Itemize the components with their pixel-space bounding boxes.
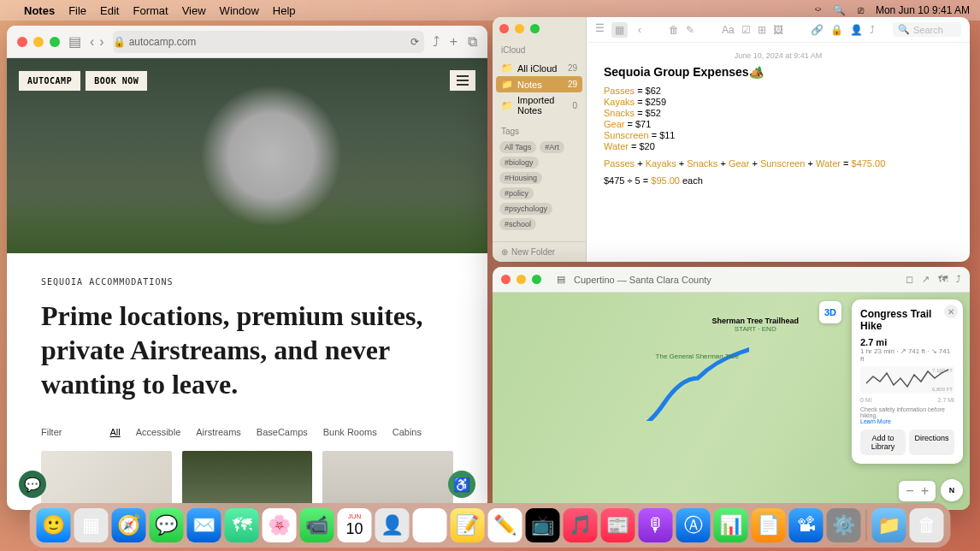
share-icon[interactable]: ⤴ bbox=[956, 274, 961, 285]
minimize-button[interactable] bbox=[515, 24, 524, 33]
tag-item[interactable]: #school bbox=[499, 218, 536, 230]
control-center-icon[interactable]: ⎚ bbox=[858, 4, 864, 16]
list-view-icon[interactable]: ☰ bbox=[595, 22, 605, 38]
dock-downloads[interactable]: 📁 bbox=[872, 508, 906, 542]
link-icon[interactable]: 🔗 bbox=[811, 24, 824, 36]
close-panel-button[interactable]: ✕ bbox=[944, 305, 958, 318]
menu-view[interactable]: View bbox=[182, 4, 206, 17]
filter-all[interactable]: All bbox=[109, 427, 120, 437]
close-button[interactable] bbox=[17, 37, 27, 47]
close-button[interactable] bbox=[501, 275, 511, 284]
close-button[interactable] bbox=[499, 24, 509, 33]
trailhead-label[interactable]: Sherman Tree Trailhead START · END bbox=[711, 317, 799, 333]
tag-item[interactable]: #policy bbox=[499, 187, 534, 199]
folder-notes[interactable]: 📁 Notes 29 bbox=[496, 76, 582, 92]
filter-airstreams[interactable]: Airstreams bbox=[196, 427, 241, 437]
dock-finder[interactable]: 🙂 bbox=[37, 508, 71, 542]
zoom-in-button[interactable]: + bbox=[921, 483, 929, 499]
clock[interactable]: Mon Jun 10 9:41 AM bbox=[876, 4, 970, 16]
dock-safari[interactable]: 🧭 bbox=[112, 508, 146, 542]
dock-messages[interactable]: 💬 bbox=[150, 508, 184, 542]
tabs-icon[interactable]: ⧉ bbox=[468, 34, 477, 50]
app-menu[interactable]: Notes bbox=[24, 4, 55, 17]
dock-numbers[interactable]: 📊 bbox=[714, 508, 748, 542]
dock-facetime[interactable]: 📹 bbox=[300, 508, 334, 542]
dock-freeform[interactable]: ✏️ bbox=[488, 508, 522, 542]
menu-window[interactable]: Window bbox=[220, 4, 259, 17]
tag-item[interactable]: #psychology bbox=[499, 203, 552, 215]
address-bar[interactable]: 🔒 autocamp.com ⟳ bbox=[113, 31, 424, 53]
format-icon[interactable]: Aa bbox=[722, 24, 735, 36]
learn-more-link[interactable]: Learn More bbox=[860, 418, 891, 424]
dock-maps[interactable]: 🗺 bbox=[225, 508, 259, 542]
dock-podcasts[interactable]: 🎙 bbox=[639, 508, 673, 542]
accessibility-fab[interactable]: ♿ bbox=[448, 471, 475, 498]
delete-icon[interactable]: 🗑 bbox=[669, 24, 679, 36]
map-mode-icon[interactable]: 🗺 bbox=[938, 274, 948, 285]
checklist-icon[interactable]: ☑ bbox=[741, 24, 751, 36]
menu-help[interactable]: Help bbox=[273, 4, 296, 17]
map-canvas[interactable]: Sherman Tree Trailhead START · END The G… bbox=[493, 293, 970, 510]
new-tab-icon[interactable]: + bbox=[450, 34, 458, 50]
accommodation-card[interactable] bbox=[322, 451, 453, 510]
grid-view-icon[interactable]: ▦ bbox=[611, 22, 628, 38]
dock-settings[interactable]: ⚙️ bbox=[827, 508, 861, 542]
sidebar-icon[interactable]: ▤ bbox=[68, 33, 81, 50]
directions-button[interactable]: Directions bbox=[909, 430, 954, 455]
map-3d-toggle[interactable]: 3D bbox=[819, 301, 841, 323]
folder-imported[interactable]: 📁 Imported Notes 0 bbox=[493, 92, 586, 118]
tag-item[interactable]: #biology bbox=[499, 157, 539, 169]
location-breadcrumb[interactable]: Cupertino — Santa Clara County bbox=[574, 275, 897, 285]
filter-bunkrooms[interactable]: Bunk Rooms bbox=[323, 427, 377, 437]
dock-photos[interactable]: 🌸 bbox=[263, 508, 297, 542]
poi-label[interactable]: The General Sherman Tree bbox=[656, 353, 739, 360]
share-icon[interactable]: ⤴ bbox=[433, 34, 440, 50]
dock-news[interactable]: 📰 bbox=[601, 508, 635, 542]
accommodation-card[interactable] bbox=[41, 451, 172, 510]
back-button[interactable]: ‹ bbox=[90, 34, 94, 50]
tag-item[interactable]: #Art bbox=[540, 141, 564, 153]
media-icon[interactable]: 🖼 bbox=[773, 24, 783, 36]
zoom-out-button[interactable]: − bbox=[906, 483, 913, 499]
menu-edit[interactable]: Edit bbox=[100, 4, 119, 17]
accommodation-card[interactable] bbox=[182, 451, 313, 510]
zoom-button[interactable] bbox=[532, 275, 541, 284]
route-icon[interactable]: ↗ bbox=[922, 274, 930, 285]
dock-contacts[interactable]: 👤 bbox=[375, 508, 410, 542]
hamburger-menu[interactable] bbox=[450, 70, 475, 91]
menu-file[interactable]: File bbox=[68, 4, 86, 17]
wifi-icon[interactable]: ⌔ bbox=[815, 4, 821, 16]
dock-calendar[interactable]: JUN10 bbox=[338, 508, 372, 542]
table-icon[interactable]: ⊞ bbox=[758, 24, 766, 36]
zoom-button[interactable] bbox=[50, 37, 60, 47]
note-document[interactable]: June 10, 2024 at 9:41 AM Sequoia Group E… bbox=[587, 43, 970, 194]
dock-reminders[interactable]: ☑ bbox=[413, 508, 447, 542]
search-input[interactable]: 🔍 Search bbox=[893, 22, 961, 37]
bookmark-icon[interactable]: ◻ bbox=[906, 274, 913, 285]
book-now-button[interactable]: BOOK NOW bbox=[86, 71, 147, 91]
filter-cabins[interactable]: Cabins bbox=[393, 427, 422, 437]
dock-pages[interactable]: 📄 bbox=[752, 508, 786, 542]
dock-appstore[interactable]: Ⓐ bbox=[676, 508, 711, 542]
filter-basecamps[interactable]: BaseCamps bbox=[257, 427, 308, 437]
lock-icon[interactable]: 🔒 bbox=[830, 24, 843, 36]
spotlight-icon[interactable]: 🔍 bbox=[833, 4, 846, 16]
dock-notes[interactable]: 📝 bbox=[451, 508, 485, 542]
brand-logo[interactable]: AUTOCAMP bbox=[19, 71, 80, 91]
dock-mail[interactable]: ✉️ bbox=[187, 508, 221, 542]
menu-format[interactable]: Format bbox=[133, 4, 168, 17]
tag-item[interactable]: #Housing bbox=[499, 172, 542, 184]
zoom-button[interactable] bbox=[530, 24, 540, 33]
new-folder-button[interactable]: ⊕ New Folder bbox=[493, 241, 586, 262]
dock-keynote[interactable]: 📽 bbox=[789, 508, 824, 542]
chat-fab[interactable]: 💬 bbox=[19, 471, 46, 498]
forward-button[interactable]: › bbox=[99, 34, 103, 50]
compass-button[interactable]: N bbox=[941, 479, 963, 501]
filter-accessible[interactable]: Accessible bbox=[136, 427, 181, 437]
dock-trash[interactable]: 🗑 bbox=[910, 508, 944, 542]
minimize-button[interactable] bbox=[33, 37, 44, 47]
dock-launchpad[interactable]: ▦ bbox=[74, 508, 109, 542]
reload-icon[interactable]: ⟳ bbox=[410, 36, 419, 48]
minimize-button[interactable] bbox=[517, 275, 526, 284]
add-to-library-button[interactable]: Add to Library bbox=[860, 430, 906, 455]
